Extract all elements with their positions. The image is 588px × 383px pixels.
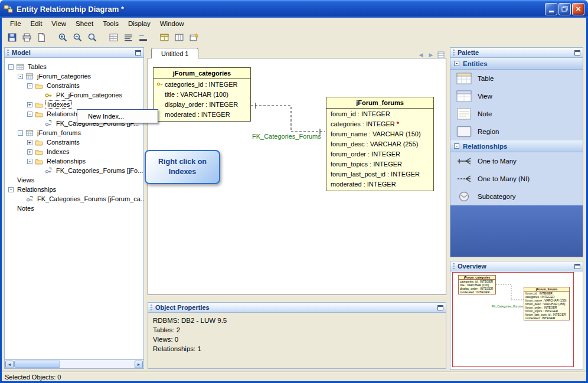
palette-item-one-to-many-ni[interactable]: One to Many (NI) xyxy=(450,170,583,188)
palette-item-one-to-many[interactable]: One to Many xyxy=(450,152,583,170)
horizontal-scrollbar[interactable]: ◄ ► xyxy=(4,360,144,369)
expander-minus-icon[interactable]: - xyxy=(27,83,32,89)
table-field[interactable]: forum_name : VARCHAR (150) xyxy=(326,129,433,139)
table-field[interactable]: forum_last_post_id : INTEGER xyxy=(326,169,433,179)
one-to-many-ni-icon xyxy=(456,173,472,185)
grip-icon[interactable] xyxy=(7,50,9,55)
table-field[interactable]: categories : INTEGER* xyxy=(326,119,433,129)
tree-item-constraints[interactable]: +Constraints xyxy=(5,138,143,147)
menu-display[interactable]: Display xyxy=(123,18,155,29)
underline-button[interactable] xyxy=(136,31,150,44)
folder-icon xyxy=(35,139,43,146)
save-button[interactable] xyxy=(5,31,19,44)
scroll-right-icon[interactable]: ► xyxy=(135,361,143,368)
zoom-out-button[interactable] xyxy=(71,31,84,44)
tree-item-views[interactable]: Views xyxy=(5,175,143,185)
menu-edit[interactable]: Edit xyxy=(26,18,47,29)
expander-minus-icon[interactable]: - xyxy=(18,130,23,136)
float-window-icon[interactable] xyxy=(574,264,580,269)
callout-balloon: Right click on Indexes xyxy=(145,150,220,184)
tree-item-indexes[interactable]: +Indexes xyxy=(5,100,143,109)
tree-item-notes[interactable]: Notes xyxy=(5,204,143,213)
tree-item-jforum-forums[interactable]: -jForum_forums xyxy=(5,128,143,138)
palette-header: Palette xyxy=(450,47,583,58)
tree-item-relationships-root[interactable]: -Relationships xyxy=(5,185,143,194)
menu-view[interactable]: View xyxy=(47,18,71,29)
scrollbar-thumb[interactable] xyxy=(14,361,60,368)
scroll-left-icon[interactable]: ◄ xyxy=(5,361,14,368)
expander-plus-icon[interactable]: + xyxy=(27,102,32,107)
tree-item-fk-categories-forums[interactable]: FK_Categories_Forums [jForum_ca... xyxy=(5,194,143,204)
menu-tools[interactable]: Tools xyxy=(98,18,123,29)
table-field[interactable]: moderated : INTEGER xyxy=(326,179,433,189)
float-window-icon[interactable] xyxy=(574,50,580,55)
restore-button[interactable] xyxy=(558,3,571,15)
grip-icon[interactable] xyxy=(453,263,455,269)
overview-header: Overview xyxy=(450,261,583,271)
expander-minus-icon[interactable]: - xyxy=(18,74,23,79)
collapse-icon[interactable]: - xyxy=(454,61,459,66)
sheet-list-icon[interactable] xyxy=(437,51,445,58)
collapse-icon[interactable]: - xyxy=(454,143,459,149)
relationship-label[interactable]: FK_Categories_Forums xyxy=(252,133,321,140)
menu-item-new-index[interactable]: New Index... xyxy=(79,111,156,122)
grip-icon[interactable] xyxy=(151,305,152,310)
tree-item-indexes[interactable]: +Indexes xyxy=(5,147,143,156)
palette-section-entities[interactable]: - Entities xyxy=(450,58,583,70)
table-new-button[interactable] xyxy=(187,31,201,44)
viewport-rectangle[interactable] xyxy=(452,272,574,367)
tree-item-pk-jforum-categories[interactable]: PK_jForum_categories xyxy=(5,90,143,100)
expander-minus-icon[interactable]: - xyxy=(27,159,32,164)
menu-window[interactable]: Window xyxy=(155,18,189,29)
tree-item-tables[interactable]: -Tables xyxy=(5,62,143,71)
table-field[interactable]: display_order : INTEGER xyxy=(153,99,250,109)
menu-file[interactable]: File xyxy=(5,18,26,29)
next-sheet-icon[interactable]: ▶ xyxy=(427,51,435,58)
close-button[interactable]: ✕ xyxy=(572,3,584,15)
print-preview-button[interactable] xyxy=(35,31,48,44)
tree-item-fk-categories-forums[interactable]: FK_Categories_Forums [jFo... xyxy=(5,166,143,175)
prev-sheet-icon[interactable]: ◀ xyxy=(417,51,424,58)
table-field[interactable]: forum_topics : INTEGER xyxy=(326,159,433,169)
table-field[interactable]: categories_id : INTEGER xyxy=(153,79,250,89)
expander-plus-icon[interactable]: + xyxy=(27,149,32,155)
palette-item-view[interactable]: View xyxy=(450,87,583,105)
grid-button[interactable] xyxy=(107,31,120,44)
float-window-icon[interactable] xyxy=(135,50,141,55)
float-window-icon[interactable] xyxy=(437,305,443,310)
zoom-in-button[interactable] xyxy=(56,31,70,44)
zoom-button[interactable] xyxy=(86,31,99,44)
palette-item-region[interactable]: Region xyxy=(450,123,583,140)
grip-icon[interactable] xyxy=(453,50,455,55)
expander-plus-icon[interactable]: + xyxy=(27,140,32,145)
palette-item-table[interactable]: Table xyxy=(450,70,583,87)
table-columns-button[interactable] xyxy=(172,31,186,44)
palette-item-note[interactable]: Note xyxy=(450,105,583,123)
palette-item-subcategory[interactable]: Subcategory xyxy=(450,188,583,205)
expander-minus-icon[interactable]: - xyxy=(8,187,14,192)
note-icon xyxy=(456,108,472,120)
palette-section-relationships[interactable]: - Relationships xyxy=(450,140,583,152)
table-title[interactable]: jForum_categories xyxy=(153,68,250,79)
diagram-table-jforum-forums[interactable]: jForum_forums forum_id : INTEGER categor… xyxy=(326,97,434,191)
tab-untitled-1[interactable]: Untitled 1 xyxy=(151,48,198,58)
tree-item-constraints[interactable]: -Constraints xyxy=(5,81,143,90)
table-field[interactable]: title : VARCHAR (100) xyxy=(153,89,250,99)
diagram-table-jforum-categories[interactable]: jForum_categories categories_id : INTEGE… xyxy=(153,67,251,122)
table-field[interactable]: moderated : INTEGER xyxy=(153,109,250,119)
tree-item-jforum-categories[interactable]: -jForum_categories xyxy=(5,71,143,81)
print-button[interactable] xyxy=(20,31,34,44)
foreign-key-icon xyxy=(44,120,53,127)
table-button[interactable] xyxy=(158,31,171,44)
expander-minus-icon[interactable]: - xyxy=(8,64,14,70)
menu-sheet[interactable]: Sheet xyxy=(71,18,98,29)
minimize-button[interactable] xyxy=(545,3,557,15)
table-field[interactable]: forum_id : INTEGER xyxy=(326,109,433,119)
table-field[interactable]: forum_desc : VARCHAR (255) xyxy=(326,139,433,149)
tree-item-relationships[interactable]: -Relationships xyxy=(5,156,143,166)
print-icon xyxy=(22,32,32,42)
table-field[interactable]: forum_order : INTEGER xyxy=(326,149,433,159)
expander-minus-icon[interactable]: - xyxy=(27,112,32,117)
align-lines-button[interactable] xyxy=(122,31,135,44)
table-title[interactable]: jForum_forums xyxy=(326,97,433,109)
